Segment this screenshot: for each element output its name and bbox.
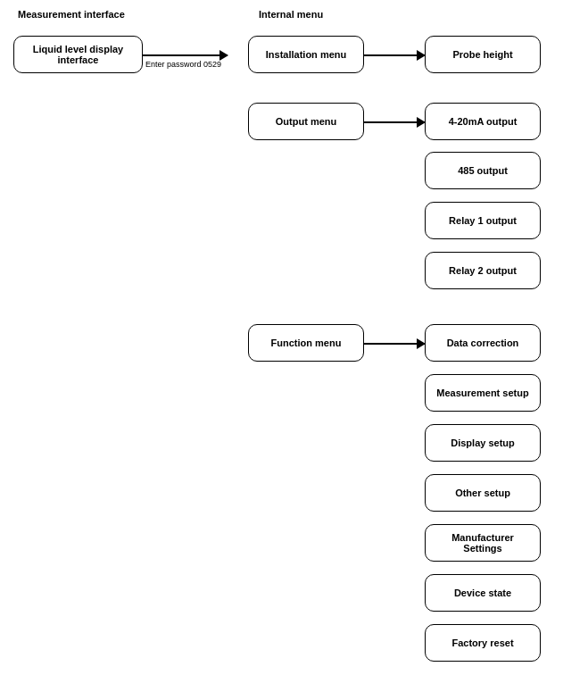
relay1-box: Relay 1 output [425, 202, 541, 239]
liquid-level-box: Liquid level display interface [13, 36, 143, 73]
device-state-box: Device state [425, 574, 541, 612]
data-correction-box: Data correction [425, 324, 541, 362]
arrow-installation-to-probe [364, 54, 425, 56]
other-setup-box: Other setup [425, 474, 541, 512]
internal-menu-label: Internal menu [259, 9, 323, 20]
output-4-20ma-box: 4-20mA output [425, 103, 541, 140]
measurement-setup-box: Measurement setup [425, 374, 541, 412]
arrow-liquid-to-installation [143, 54, 228, 56]
output-485-box: 485 output [425, 152, 541, 189]
manufacturer-settings-box: Manufacturer Settings [425, 524, 541, 562]
arrow-output-to-4-20ma [364, 121, 425, 123]
measurement-interface-label: Measurement interface [18, 9, 125, 20]
function-menu-box: Function menu [248, 324, 364, 362]
output-menu-box: Output menu [248, 103, 364, 140]
password-label: Enter password 0529 [145, 60, 221, 69]
arrow-function-to-data [364, 343, 425, 345]
display-setup-box: Display setup [425, 424, 541, 462]
probe-height-box: Probe height [425, 36, 541, 73]
diagram: Measurement interface Internal menu Liqu… [0, 0, 588, 18]
factory-reset-box: Factory reset [425, 624, 541, 662]
installation-menu-box: Installation menu [248, 36, 364, 73]
relay2-box: Relay 2 output [425, 252, 541, 289]
